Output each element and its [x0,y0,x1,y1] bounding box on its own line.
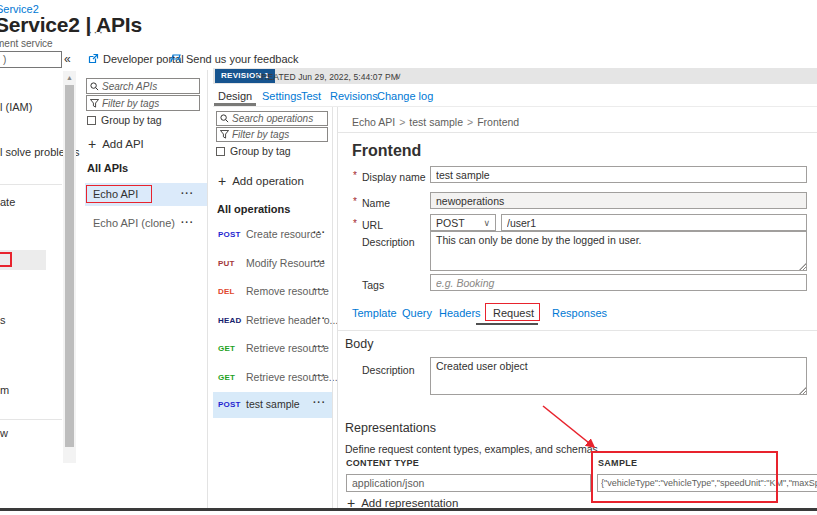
display-name-input[interactable] [430,166,807,183]
operation-item-modify-resource[interactable]: PUT Modify Resource ··· [213,251,332,277]
operation-label: Create resource [246,228,321,240]
api-list-item-echo-api-clone[interactable]: Echo API (clone) ··· [85,212,207,235]
url-method-value: POST [436,217,465,229]
subtab-headers[interactable]: Headers [439,307,481,319]
breadcrumb-section: Frontend [477,116,519,128]
group-by-tag-checkbox[interactable] [216,147,225,156]
operation-item-remove-resource[interactable]: DEL Remove resource ··· [213,279,332,305]
resource-menu-search-input[interactable]: ) [0,51,62,68]
search-operations-input[interactable] [232,113,324,124]
operation-more-menu[interactable]: ··· [313,284,326,295]
scrollbar-thumb[interactable] [65,85,74,447]
annotation-box-request-tab [485,303,540,321]
sidebar-item-fragment[interactable]: ate [0,196,15,208]
bottom-edge-bar [0,508,817,511]
tab-change-log[interactable]: Change log [377,90,433,102]
page-title: Service2 | APIs [0,13,142,37]
operation-more-menu[interactable]: ··· [313,397,326,408]
scrollbar-up-icon[interactable]: ▲ [63,71,76,81]
add-api-button[interactable]: + Add API [88,136,144,152]
chevron-down-icon[interactable]: ∨ [395,71,402,81]
method-badge: GET [218,373,235,382]
required-asterisk: * [353,196,357,207]
breadcrumb-operation[interactable]: test sample [409,116,463,128]
frontend-heading: Frontend [352,142,421,160]
tabs-divider [213,106,817,107]
content-type-input[interactable] [346,474,591,492]
tab-settings[interactable]: Settings [262,90,302,102]
tab-test[interactable]: Test [301,90,321,102]
operation-item-retrieve-resource[interactable]: GET Retrieve resource ··· [213,336,332,362]
filter-operations-input[interactable] [232,129,324,140]
sidebar-item-fragment[interactable]: s [0,314,6,326]
api-item-more-menu[interactable]: ··· [181,188,194,199]
filter-apis-input[interactable] [102,98,196,109]
operation-more-menu[interactable]: ··· [313,341,326,352]
apis-panel-border [207,70,208,508]
feedback-icon [170,53,182,64]
sidebar-item-fragment[interactable]: m [0,384,9,396]
sidebar-divider [0,419,62,420]
all-apis-heading: All APIs [87,162,128,174]
sidebar-item-fragment[interactable]: w [0,427,8,439]
title-more-menu[interactable]: ··· [88,24,104,39]
revision-bar: REVISION 1 CREATED Jun 29, 2022, 5:44:07… [213,68,817,84]
tab-revisions[interactable]: Revisions [330,90,378,102]
breadcrumb: Echo API>test sample>Frontend [352,116,519,128]
plus-icon: + [88,136,96,152]
sidebar-item-access-control-fragment[interactable]: l (IAM) [0,101,32,113]
description-label: Description [362,236,415,248]
sidebar-scrollbar[interactable]: ▲ [63,71,76,463]
operation-more-menu[interactable]: ··· [313,370,326,381]
frontend-panel-border [337,107,338,508]
breadcrumb-separator: > [463,116,477,128]
tags-input[interactable] [430,274,807,291]
subtab-template[interactable]: Template [352,307,397,319]
subtab-responses[interactable]: Responses [552,307,607,319]
operation-more-menu[interactable]: ··· [313,313,326,324]
search-apis-input[interactable] [102,81,196,92]
breadcrumb-separator: > [395,116,409,128]
add-operation-label: Add operation [232,175,304,187]
external-link-icon [88,53,99,64]
add-operation-button[interactable]: + Add operation [218,173,304,189]
operation-item-test-sample[interactable]: POST test sample ··· [213,392,332,418]
breadcrumb-api[interactable]: Echo API [352,116,395,128]
tags-label: Tags [362,279,384,291]
annotation-box-sample [591,451,778,503]
content-type-column-header: CONTENT TYPE [346,458,419,468]
tab-design[interactable]: Design [218,90,252,102]
page-subtitle: ment service [0,38,53,49]
send-feedback-link[interactable]: Send us your feedback [186,53,299,65]
filter-apis-box[interactable] [86,95,200,111]
search-apis-box[interactable] [86,78,200,94]
operation-more-menu[interactable]: ··· [313,256,326,267]
annotation-box-echo-api [86,185,152,203]
operation-item-create-resource[interactable]: POST Create resource ··· [213,222,332,248]
method-badge: POST [218,400,241,409]
method-badge: HEAD [218,316,241,325]
operation-item-retrieve-resource-cached[interactable]: GET Retrieve resource... ··· [213,365,332,391]
body-description-label: Description [362,364,415,376]
operation-more-menu[interactable]: ··· [313,227,326,238]
azure-apim-apis-page: { "glyphs": { "ellipsis": "···", "collap… [0,0,817,515]
url-method-select[interactable]: POST ∨ [430,214,496,231]
collapse-sidebar-button[interactable]: « [64,52,71,66]
api-item-more-menu[interactable]: ··· [181,217,194,228]
url-input[interactable] [501,214,807,231]
search-operations-box[interactable] [216,111,328,126]
group-by-tag-label: Group by tag [230,145,291,157]
operations-panel-border [332,107,333,508]
filter-operations-box[interactable] [216,127,328,142]
group-by-tag-checkbox[interactable] [87,116,96,125]
required-asterisk: * [353,218,357,229]
representations-subtitle: Define request content types, examples, … [345,443,601,455]
group-by-tag-row[interactable]: Group by tag [87,114,162,126]
subtab-query[interactable]: Query [402,307,432,319]
group-by-tag-row[interactable]: Group by tag [216,145,291,157]
filter-icon [90,99,99,108]
body-description-textarea[interactable]: Created user object [430,357,807,395]
method-badge: POST [218,230,241,239]
description-textarea[interactable]: This can only be done by the logged in u… [430,231,807,271]
operation-item-retrieve-header[interactable]: HEAD Retrieve header o... ··· [213,308,332,334]
